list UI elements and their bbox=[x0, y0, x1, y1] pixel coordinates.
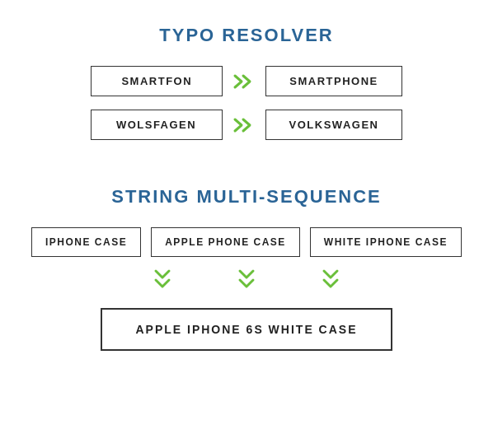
sequence-input-2: APPLE PHONE CASE bbox=[151, 227, 300, 257]
down-arrow-icon-3 bbox=[322, 268, 340, 293]
down-arrow-icon-2 bbox=[237, 268, 256, 293]
down-arrow-icon-1 bbox=[153, 268, 171, 293]
typo-row-2: WOLSFAGEN VOLKSWAGEN bbox=[91, 110, 403, 140]
sequence-input-3: WHITE IPHONE CASE bbox=[310, 227, 462, 257]
multi-sequence-section: STRING MULTI-SEQUENCE IPHONE CASE APPLE … bbox=[16, 186, 477, 351]
typo-resolver-section: TYPO RESOLVER SMARTFON SMARTPHONE WOLSFA… bbox=[16, 25, 477, 153]
down-arrows-row bbox=[153, 268, 340, 293]
typo-output-2: VOLKSWAGEN bbox=[265, 110, 403, 140]
arrow-right-double-icon-1 bbox=[232, 73, 256, 90]
typo-row-1: SMARTFON SMARTPHONE bbox=[91, 66, 401, 96]
sequence-inputs-row: IPHONE CASE APPLE PHONE CASE WHITE IPHON… bbox=[16, 227, 477, 257]
typo-input-2: WOLSFAGEN bbox=[91, 110, 223, 140]
arrow-right-double-icon-2 bbox=[232, 117, 256, 133]
multi-sequence-title: STRING MULTI-SEQUENCE bbox=[111, 186, 382, 208]
typo-output-1: SMARTPHONE bbox=[265, 66, 401, 96]
sequence-result: APPLE IPHONE 6S WHITE CASE bbox=[101, 308, 392, 351]
typo-resolver-title: TYPO RESOLVER bbox=[159, 25, 333, 46]
typo-input-1: SMARTFON bbox=[91, 66, 223, 96]
sequence-input-1: IPHONE CASE bbox=[31, 227, 141, 257]
